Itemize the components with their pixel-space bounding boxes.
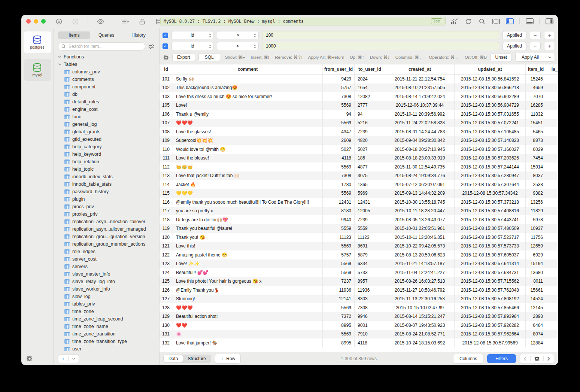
- item-search-box[interactable]: [58, 42, 145, 51]
- table-row[interactable]: 126@Emily Thank you💃🏽11936119362015-11-2…: [160, 286, 558, 295]
- cell-from_user_id[interactable]: 5757: [323, 250, 355, 259]
- cell-created_at[interactable]: 2015-08-18 23:00:33.919: [385, 154, 455, 163]
- cell-comment[interactable]: Thank you! 😘: [173, 233, 323, 242]
- cell-id[interactable]: 126: [160, 286, 173, 295]
- cell-id[interactable]: 102: [160, 83, 173, 92]
- cell-is_[interactable]: [546, 338, 558, 347]
- cell-comment[interactable]: @Emily Thank you💃🏽: [173, 286, 323, 295]
- cell-to_user_id[interactable]: 94: [355, 110, 385, 119]
- cell-item_id[interactable]: 12884: [526, 338, 546, 347]
- cell-created_at[interactable]: 2015-11-30 12:54:49.735: [385, 162, 455, 171]
- cell-id[interactable]: 123: [160, 259, 173, 268]
- sidebar-table-item[interactable]: replication_grou...iguration_version: [58, 233, 159, 240]
- sidebar-table-item[interactable]: engine_cost: [58, 106, 159, 113]
- cell-item_id[interactable]: 7070: [526, 92, 546, 101]
- cell-to_user_id[interactable]: 5733: [355, 268, 385, 277]
- sidebar-table-item[interactable]: replication_group_member_actions: [58, 240, 159, 248]
- cell-to_user_id[interactable]: 5969: [355, 189, 385, 198]
- add-filter-button[interactable]: +: [544, 42, 555, 50]
- cell-is_[interactable]: [546, 189, 558, 198]
- cell-id[interactable]: 129: [160, 312, 173, 321]
- cell-is_[interactable]: [546, 215, 558, 224]
- cell-updated_at[interactable]: 2015-12-08 15:30:57.893964: [455, 312, 526, 321]
- cell-updated_at[interactable]: 2015-12-08 15:30:57.031655: [455, 110, 526, 119]
- cell-item_id[interactable]: 15661: [526, 286, 546, 295]
- cell-to_user_id[interactable]: 5216: [355, 119, 385, 128]
- cell-id[interactable]: 117: [160, 207, 173, 216]
- table-row[interactable]: 115💛💛💛556959692015-09-13 14:44:32.209201…: [160, 189, 558, 198]
- filter-applied-button[interactable]: Applied: [502, 31, 526, 39]
- cell-comment[interactable]: Thank u @emily: [173, 110, 323, 119]
- table-row[interactable]: 105Love!556927772015-12-06 10:37:39.4420…: [160, 101, 558, 110]
- cell-comment[interactable]: Love that jacket! Outfit is fab 🙌🏻: [173, 171, 323, 180]
- sidebar-table-item[interactable]: innodb_index_stats: [58, 173, 159, 180]
- cell-id[interactable]: 109: [160, 136, 173, 145]
- filter-adjust-icon[interactable]: [148, 44, 155, 49]
- cell-item_id[interactable]: 8074: [526, 330, 546, 339]
- cell-id[interactable]: 132: [160, 338, 173, 347]
- cell-item_id[interactable]: 5465: [526, 127, 546, 136]
- item-search-input[interactable]: [68, 43, 142, 49]
- cell-is_[interactable]: [546, 162, 558, 171]
- sidebar-table-item[interactable]: general_log: [58, 121, 159, 128]
- cell-to_user_id[interactable]: 1654: [355, 83, 385, 92]
- unlock-icon[interactable]: [138, 17, 146, 25]
- filter-operator-select[interactable]: <: [217, 42, 259, 50]
- toggle-left-panel-icon[interactable]: [505, 17, 514, 25]
- table-row[interactable]: 129Beautiful action shot!737299462015-08…: [160, 312, 558, 321]
- sidebar-table-item[interactable]: gtid_executed: [58, 136, 159, 143]
- toggle-bottom-panel-icon[interactable]: [525, 17, 534, 25]
- cell-from_user_id[interactable]: 11123: [323, 233, 355, 242]
- cell-from_user_id[interactable]: 9940: [323, 215, 355, 224]
- cell-from_user_id[interactable]: 5757: [323, 83, 355, 92]
- cell-updated_at[interactable]: 2015-12-08 15:30:57.280947: [455, 171, 526, 180]
- sidebar-table-item[interactable]: columns_priv: [58, 68, 159, 76]
- table-row[interactable]: 114Jacket 🔥178013652015-07-12 06:20:07.0…: [160, 180, 558, 189]
- cell-from_user_id[interactable]: 5569: [323, 189, 355, 198]
- sidebar-table-item[interactable]: default_roles: [58, 98, 159, 106]
- cell-updated_at[interactable]: 2015-12-08 15:30:56.902289: [455, 92, 526, 101]
- cell-is_[interactable]: [546, 277, 558, 286]
- cell-is_[interactable]: [546, 250, 558, 259]
- cell-is_[interactable]: [546, 233, 558, 242]
- add-item-menu-chevron[interactable]: [69, 355, 79, 363]
- cell-id[interactable]: 111: [160, 154, 173, 163]
- connection-icon[interactable]: [55, 17, 63, 25]
- cell-to_user_id[interactable]: 9946: [355, 312, 385, 321]
- cell-comment[interactable]: This background is amazing😍: [173, 83, 323, 92]
- cell-item_id[interactable]: 12145: [526, 303, 546, 312]
- cell-id[interactable]: 107: [160, 119, 173, 128]
- cell-from_user_id[interactable]: 11936: [323, 286, 355, 295]
- cell-updated_at[interactable]: 2015-12-08 15:30:57.140823: [455, 136, 526, 145]
- cell-to_user_id[interactable]: 6334: [355, 259, 385, 268]
- cell-updated_at[interactable]: 2015-12-08 15:30:57.072241: [455, 119, 526, 128]
- cell-item_id[interactable]: 8037: [526, 171, 546, 180]
- cell-item_id[interactable]: 14524: [526, 295, 546, 304]
- cell-is_[interactable]: [546, 330, 558, 339]
- cell-item_id[interactable]: 7454: [526, 154, 546, 163]
- cell-created_at[interactable]: 2015-11-21 22:12:54.754: [385, 75, 455, 83]
- cell-id[interactable]: 120: [160, 233, 173, 242]
- cell-from_user_id[interactable]: 2609: [323, 136, 355, 145]
- cell-id[interactable]: 124: [160, 268, 173, 277]
- cell-comment[interactable]: Jacket 🔥: [173, 180, 323, 189]
- cell-to_user_id[interactable]: 8691: [355, 242, 385, 251]
- apply-all-chevron-icon[interactable]: [545, 56, 555, 58]
- cell-is_[interactable]: [546, 268, 558, 277]
- sidebar-table-item[interactable]: proxies_priv: [58, 210, 159, 218]
- column-header-comment[interactable]: comment: [173, 64, 323, 74]
- cell-updated_at[interactable]: 2015-12-08 15:30:57.34342: [455, 189, 526, 198]
- cell-created_at[interactable]: 2015-08-24 21:08:52.771: [385, 330, 455, 339]
- cell-created_at[interactable]: 2015-11-04 12:24:41.227: [385, 268, 455, 277]
- close-window-button[interactable]: [26, 19, 31, 24]
- sql-preview-button[interactable]: SQL: [198, 53, 220, 61]
- sidebar-table-item[interactable]: slave_relay_log_info: [58, 278, 159, 285]
- cell-id[interactable]: 116: [160, 198, 173, 207]
- connection-item-postgres[interactable]: postgres: [24, 31, 51, 53]
- cell-to_user_id[interactable]: 3075: [355, 171, 385, 180]
- cell-to_user_id[interactable]: 11123: [355, 233, 385, 242]
- cell-updated_at[interactable]: 2015-12-08 15:30:57.715562: [455, 277, 526, 286]
- cell-item_id[interactable]: 11829: [526, 207, 546, 216]
- cell-created_at[interactable]: 2015-08-05 13:26:43.077: [385, 215, 455, 224]
- cell-created_at[interactable]: 2015-10-11 13:20:46.351: [385, 233, 455, 242]
